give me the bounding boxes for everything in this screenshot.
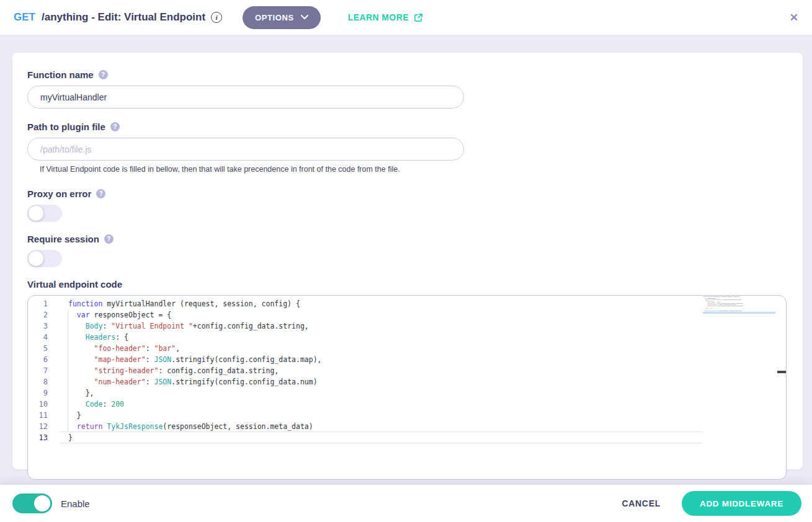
learn-more-label: LEARN MORE: [348, 12, 409, 22]
virtual-endpoint-editor-screen: GET /anything - Edit: Virtual Endpoint i…: [0, 0, 812, 522]
code-line: "foo-header": "bar",: [28, 343, 786, 354]
plugin-path-helper-text: If Virtual Endpoint code is filled in be…: [40, 165, 788, 174]
minimap-line: }: [703, 312, 775, 313]
code-line: "num-header": JSON.stringify(config.conf…: [28, 376, 786, 387]
require-session-label: Require session: [27, 234, 99, 244]
proxy-on-error-label-row: Proxy on error ?: [27, 188, 788, 199]
enable-toggle[interactable]: [12, 493, 52, 513]
function-name-label: Function name: [27, 69, 94, 80]
http-method-badge: GET: [14, 11, 35, 24]
plugin-path-label-row: Path to plugin file ?: [27, 122, 788, 132]
code-line: "map-header": JSON.stringify(config.conf…: [28, 354, 786, 365]
enable-label: Enable: [61, 498, 90, 509]
proxy-on-error-label: Proxy on error: [27, 188, 91, 199]
learn-more-link[interactable]: LEARN MORE: [348, 12, 423, 22]
footer-bar: Enable CANCEL ADD MIDDLEWARE: [0, 485, 812, 522]
code-content: function myVirtualHandler (request, sess…: [28, 298, 786, 443]
code-line: "string-header": config.config_data.stri…: [28, 365, 786, 376]
toggle-knob: [29, 251, 43, 266]
help-icon[interactable]: ?: [96, 189, 105, 198]
code-line: Body: "Virtual Endpoint "+config.config_…: [28, 321, 786, 332]
help-icon[interactable]: ?: [99, 70, 108, 79]
function-name-label-row: Function name ?: [27, 69, 788, 80]
external-link-icon: [414, 13, 423, 22]
endpoint-code-label-row: Virtual endpoint code: [27, 279, 788, 290]
code-line: function myVirtualHandler (request, sess…: [28, 298, 786, 309]
plugin-path-label: Path to plugin file: [27, 122, 105, 132]
header-bar: GET /anything - Edit: Virtual Endpoint i…: [0, 0, 812, 35]
proxy-on-error-toggle[interactable]: [27, 205, 62, 222]
endpoint-code-label: Virtual endpoint code: [27, 279, 122, 290]
help-icon[interactable]: ?: [104, 234, 114, 244]
add-middleware-button[interactable]: ADD MIDDLEWARE: [682, 491, 801, 516]
require-session-label-row: Require session ?: [27, 234, 788, 244]
help-icon[interactable]: ?: [110, 122, 120, 131]
code-line: return TykJsResponse(responseObject, ses…: [28, 421, 786, 432]
function-name-input[interactable]: [27, 86, 464, 108]
options-button-label: OPTIONS: [255, 13, 294, 22]
editor-minimap[interactable]: function myVirtualHandler (request, sess…: [703, 296, 775, 322]
chevron-down-icon: [301, 15, 308, 20]
middleware-form-card: Function name ? Path to plugin file ? If…: [12, 53, 803, 469]
cancel-button[interactable]: CANCEL: [622, 498, 661, 508]
toggle-knob: [34, 495, 50, 511]
toggle-knob: [29, 206, 43, 221]
code-line: },: [28, 387, 786, 399]
code-line: }: [28, 432, 786, 443]
require-session-toggle[interactable]: [27, 250, 62, 267]
close-icon[interactable]: ✕: [790, 12, 798, 23]
overview-ruler-marker: [777, 371, 786, 373]
info-icon[interactable]: i: [211, 12, 222, 23]
code-line: var responseObject = {: [28, 309, 786, 321]
page-title: /anything - Edit: Virtual Endpoint: [42, 11, 205, 24]
code-editor[interactable]: 12345678910111213 function myVirtualHand…: [27, 295, 787, 480]
options-button[interactable]: OPTIONS: [243, 6, 321, 29]
code-line: Code: 200: [28, 399, 786, 410]
code-line: Headers: {: [28, 332, 786, 343]
code-line: }: [28, 410, 786, 421]
plugin-path-input[interactable]: [27, 138, 464, 161]
minimap-content: function myVirtualHandler (request, sess…: [703, 296, 775, 313]
